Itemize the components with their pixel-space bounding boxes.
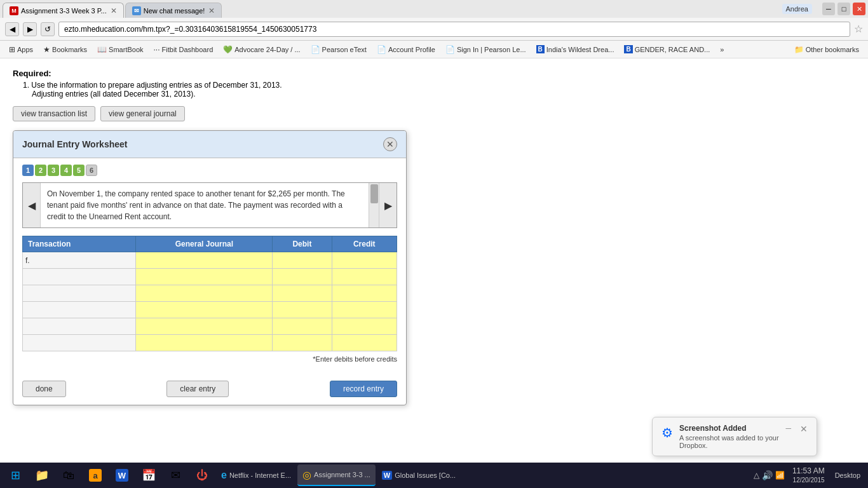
cell-debit-6[interactable]: [273, 335, 332, 351]
tab-close-1[interactable]: ✕: [111, 6, 117, 15]
cell-journal-2[interactable]: [136, 269, 273, 285]
bookmark-bookmarks[interactable]: ★ Bookmarks: [39, 44, 91, 55]
modal-footer: done clear entry record entry: [13, 376, 406, 405]
taskbar: ⊞ 📁 🛍 a W 📅 ✉ ⏻ e Netflix - Internet E..…: [0, 463, 868, 488]
bookmark-other[interactable]: 📁 Other bookmarks: [790, 44, 863, 55]
tab-label-assignment: Assignment 3-3 Week 3 P...: [21, 7, 107, 15]
dropbox-minimize-icon[interactable]: ─: [785, 424, 791, 433]
cell-journal-6[interactable]: [136, 335, 273, 351]
cell-credit-5[interactable]: [332, 318, 397, 335]
step-6[interactable]: 6: [86, 165, 97, 176]
bookmark-smartbook-label: SmartBook: [109, 46, 143, 53]
cell-debit-5[interactable]: [273, 318, 332, 335]
tab-close-2[interactable]: ✕: [208, 6, 215, 15]
dropbox-text-area: Screenshot Added A screenshot was added …: [679, 424, 779, 449]
clear-entry-button[interactable]: clear entry: [166, 381, 229, 397]
scrollbar[interactable]: [369, 183, 379, 227]
bookmark-gender[interactable]: B GENDER, RACE AND...: [620, 44, 714, 55]
bookmark-fitbit[interactable]: ··· Fitbit Dashboard: [150, 44, 217, 55]
bookmark-signin[interactable]: 📄 Sign In | Pearson Le...: [442, 44, 530, 55]
minimize-button[interactable]: ─: [822, 3, 835, 15]
cell-journal-4[interactable]: [136, 302, 273, 318]
cell-transaction-1: f.: [23, 252, 136, 269]
forward-button[interactable]: ▶: [23, 22, 37, 36]
bookmark-account-profile[interactable]: 📄 Account Profile: [373, 44, 439, 55]
dropbox-title: Screenshot Added: [679, 424, 779, 433]
view-journal-button[interactable]: view general journal: [100, 106, 185, 121]
dropbox-close-icon[interactable]: ✕: [800, 424, 808, 434]
cell-credit-3[interactable]: [332, 285, 397, 302]
modal-close-button[interactable]: ✕: [383, 137, 397, 151]
taskbar-file-explorer[interactable]: 📁: [29, 464, 55, 487]
start-button[interactable]: ⊞: [3, 464, 28, 487]
cell-transaction-4: [23, 302, 136, 318]
bookmark-apps[interactable]: ⊞ Apps: [5, 44, 37, 55]
step-5[interactable]: 5: [73, 165, 85, 176]
taskbar-chrome-app[interactable]: ◎ Assignment 3-3 ...: [297, 464, 376, 486]
cell-journal-1[interactable]: [136, 252, 273, 269]
mail-icon: ✉: [171, 468, 180, 482]
bookmark-fitbit-label: Fitbit Dashboard: [162, 46, 214, 53]
step-3[interactable]: 3: [48, 165, 59, 176]
taskbar-store[interactable]: 🛍: [56, 464, 81, 487]
record-entry-button[interactable]: record entry: [330, 381, 397, 397]
address-bar: ◀ ▶ ↺ ☆: [0, 18, 868, 41]
step-1[interactable]: 1: [22, 165, 34, 176]
bookmark-india[interactable]: B India's Wildest Drea...: [532, 44, 618, 55]
done-button[interactable]: done: [22, 381, 66, 397]
store-icon: 🛍: [63, 469, 74, 482]
cell-credit-2[interactable]: [332, 269, 397, 285]
cell-journal-3[interactable]: [136, 285, 273, 302]
step-2[interactable]: 2: [35, 165, 46, 176]
bookmark-more[interactable]: »: [716, 44, 728, 55]
cell-debit-4[interactable]: [273, 302, 332, 318]
taskbar-amazon[interactable]: a: [83, 464, 108, 487]
taskbar-poweroff[interactable]: ⏻: [189, 464, 215, 487]
prev-arrow-button[interactable]: ◀: [23, 183, 41, 227]
cell-debit-3[interactable]: [273, 285, 332, 302]
cell-credit-6[interactable]: [332, 335, 397, 351]
taskbar-ie-app[interactable]: e Netflix - Internet E...: [216, 464, 296, 486]
volume-icon[interactable]: 🔊: [762, 470, 773, 480]
cell-debit-1[interactable]: [273, 252, 332, 269]
view-transaction-button[interactable]: view transaction list: [13, 106, 95, 121]
cell-credit-1[interactable]: [332, 252, 397, 269]
cell-credit-4[interactable]: [332, 302, 397, 318]
bookmark-pearson-etext[interactable]: 📄 Pearson eText: [307, 44, 370, 55]
bookmark-signin-label: Sign In | Pearson Le...: [457, 46, 526, 53]
network-icon[interactable]: 📶: [775, 471, 785, 480]
bookmark-advocare[interactable]: 💚 Advocare 24-Day / ...: [219, 44, 304, 55]
cell-transaction-3: [23, 285, 136, 302]
taskbar-word[interactable]: W: [109, 464, 135, 487]
table-row: [23, 302, 397, 318]
bookmark-star-icon[interactable]: ☆: [854, 23, 863, 35]
bookmark-advocare-label: Advocare 24-Day / ...: [234, 46, 300, 53]
next-arrow-button[interactable]: ▶: [379, 183, 397, 227]
taskbar-calendar[interactable]: 📅: [136, 464, 161, 487]
bookmark-pearson-etext-label: Pearson eText: [322, 46, 367, 53]
scroll-thumb: [370, 184, 378, 203]
fitbit-icon: ···: [154, 45, 160, 54]
bookmark-smartbook[interactable]: 📖 SmartBook: [93, 44, 147, 55]
modal-body: 1 2 3 4 5 6 ◀ On November 1, the company…: [13, 158, 406, 376]
back-button[interactable]: ◀: [5, 22, 19, 36]
url-input[interactable]: [58, 22, 850, 37]
taskbar-mail[interactable]: ✉: [163, 464, 188, 487]
col-general-journal: General Journal: [136, 236, 273, 252]
clock[interactable]: 11:53 AM 12/20/2015: [789, 466, 829, 485]
notification-icon[interactable]: △: [754, 471, 759, 480]
taskbar-word-app[interactable]: W Global Issues [Co...: [377, 464, 461, 486]
cell-journal-5[interactable]: [136, 318, 273, 335]
cell-debit-2[interactable]: [273, 269, 332, 285]
maximize-button[interactable]: □: [837, 3, 850, 15]
tab-assignment[interactable]: M Assignment 3-3 Week 3 P... ✕: [3, 3, 124, 18]
chrome-icon: ◎: [302, 469, 311, 481]
desktop-button[interactable]: Desktop: [832, 471, 863, 479]
refresh-button[interactable]: ↺: [41, 22, 55, 36]
close-button[interactable]: ✕: [853, 3, 865, 15]
journal-table: Transaction General Journal Debit Credit…: [22, 236, 397, 351]
table-row: [23, 335, 397, 351]
step-4[interactable]: 4: [60, 165, 72, 176]
tab-favicon-gmail: M: [10, 6, 18, 15]
tab-chat[interactable]: ✉ New chat message! ✕: [125, 3, 222, 18]
